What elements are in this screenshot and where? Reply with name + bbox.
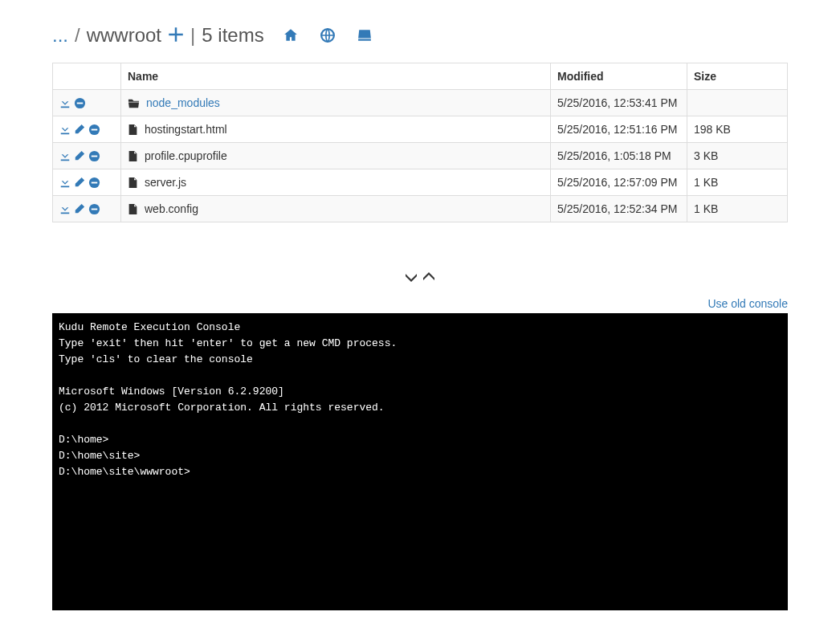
file-name: server.js	[145, 176, 186, 189]
edit-icon[interactable]	[74, 177, 85, 188]
delete-icon[interactable]	[88, 150, 100, 162]
edit-icon[interactable]	[74, 150, 85, 161]
size-cell: 1 KB	[687, 196, 788, 222]
download-icon[interactable]	[59, 150, 71, 161]
modified-cell: 5/25/2016, 12:53:41 PM	[551, 90, 687, 116]
file-icon	[128, 203, 138, 215]
panel-resize-handle[interactable]	[52, 247, 788, 294]
svg-rect-8	[92, 181, 98, 183]
delete-icon[interactable]	[88, 124, 100, 136]
modified-cell: 5/25/2016, 12:52:34 PM	[551, 196, 687, 222]
folder-icon	[128, 97, 140, 109]
items-count: 5 items	[202, 24, 263, 47]
file-icon	[128, 177, 138, 189]
table-row: web.config5/25/2016, 12:52:34 PM1 KB	[53, 196, 788, 222]
disk-icon[interactable]	[357, 28, 372, 43]
svg-rect-6	[92, 155, 98, 157]
table-row: hostingstart.html5/25/2016, 12:51:16 PM1…	[53, 116, 788, 143]
modified-cell: 5/25/2016, 1:05:18 PM	[551, 143, 687, 169]
home-icon[interactable]	[283, 28, 298, 43]
use-old-console-link[interactable]: Use old console	[707, 297, 788, 310]
size-cell: 198 KB	[687, 116, 788, 143]
breadcrumb: ... / wwwroot | 5 items	[52, 0, 788, 63]
edit-icon[interactable]	[74, 203, 85, 214]
delete-icon[interactable]	[74, 97, 86, 109]
size-cell	[687, 90, 788, 116]
download-icon[interactable]	[59, 124, 71, 135]
download-icon[interactable]	[59, 97, 71, 108]
file-icon	[128, 124, 138, 136]
globe-icon[interactable]	[320, 28, 335, 43]
download-icon[interactable]	[59, 177, 71, 188]
chevron-down-icon	[403, 271, 419, 283]
table-row: node_modules5/25/2016, 12:53:41 PM	[53, 90, 788, 116]
col-header-actions	[53, 63, 121, 90]
file-table: Name Modified Size node_modules5/25/2016…	[52, 63, 788, 222]
modified-cell: 5/25/2016, 12:51:16 PM	[551, 116, 687, 143]
chevron-up-icon	[421, 271, 437, 283]
col-header-modified: Modified	[551, 63, 687, 90]
edit-icon[interactable]	[74, 124, 85, 135]
table-row: server.js5/25/2016, 12:57:09 PM1 KB	[53, 169, 788, 196]
breadcrumb-sep2: |	[190, 24, 195, 47]
modified-cell: 5/25/2016, 12:57:09 PM	[551, 169, 687, 196]
svg-rect-4	[92, 128, 98, 130]
delete-icon[interactable]	[88, 177, 100, 189]
console-terminal[interactable]: Kudu Remote Execution Console Type 'exit…	[52, 313, 788, 610]
size-cell: 1 KB	[687, 169, 788, 196]
folder-link[interactable]: node_modules	[146, 96, 220, 109]
download-icon[interactable]	[59, 203, 71, 214]
breadcrumb-sep: /	[75, 24, 80, 47]
breadcrumb-current: wwwroot	[87, 24, 161, 47]
col-header-name: Name	[121, 63, 551, 90]
add-icon[interactable]	[168, 27, 184, 43]
file-name: web.config	[145, 202, 198, 215]
breadcrumb-parent[interactable]: ...	[52, 24, 68, 47]
file-name: hostingstart.html	[145, 123, 227, 136]
file-icon	[128, 150, 138, 162]
col-header-size: Size	[687, 63, 788, 90]
table-row: profile.cpuprofile5/25/2016, 1:05:18 PM3…	[53, 143, 788, 169]
svg-rect-2	[77, 102, 84, 104]
svg-rect-10	[92, 208, 98, 210]
file-name: profile.cpuprofile	[145, 149, 227, 162]
delete-icon[interactable]	[88, 203, 100, 215]
size-cell: 3 KB	[687, 143, 788, 169]
